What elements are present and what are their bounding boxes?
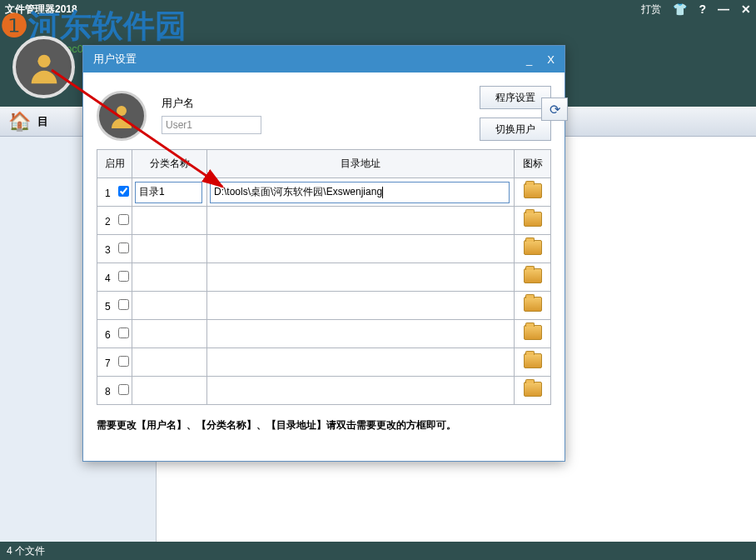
name-cell[interactable] [132, 292, 207, 320]
person-icon [25, 48, 63, 87]
icon-cell[interactable] [515, 207, 551, 235]
status-text: 4 个文件 [7, 545, 45, 557]
donate-link[interactable]: 打赏 [641, 2, 661, 17]
user-settings-dialog: 用户设置 _ X 用户名 程序设置 切换用户 ⟳ [82, 45, 565, 462]
home-icon[interactable]: 🏠 [8, 111, 31, 132]
dialog-title: 用户设置 [93, 52, 137, 67]
app-title: 文件管理器2018 [5, 2, 77, 17]
enable-checkbox[interactable] [118, 299, 129, 310]
path-cell[interactable] [207, 320, 515, 348]
shirt-icon[interactable]: 👕 [673, 2, 687, 16]
toolbar-label: 目 [37, 114, 48, 129]
path-cell[interactable] [207, 235, 515, 263]
minimize-icon[interactable]: — [718, 2, 729, 16]
table-row: 5 [97, 292, 551, 320]
enable-cell[interactable]: 8 [97, 377, 132, 405]
table-row: 2 [97, 207, 551, 235]
name-cell[interactable] [132, 320, 207, 348]
col-name: 分类名称 [132, 150, 207, 178]
switch-user-button[interactable]: 切换用户 [480, 118, 551, 141]
path-cell[interactable] [207, 263, 515, 292]
help-icon[interactable]: ? [699, 2, 706, 16]
icon-cell[interactable] [515, 235, 551, 263]
enable-cell[interactable]: 3 [97, 235, 132, 263]
username-label: 用户名 [162, 96, 480, 111]
path-cell[interactable] [207, 348, 515, 377]
enable-cell[interactable]: 6 [97, 320, 132, 348]
table-row: 3 [97, 235, 551, 263]
folder-icon [524, 268, 542, 283]
name-cell[interactable] [132, 263, 207, 292]
icon-cell[interactable] [515, 377, 551, 405]
titlebar: 文件管理器2018 打赏 👕 ? — ✕ [0, 0, 756, 18]
close-icon[interactable]: ✕ [741, 2, 751, 16]
enable-cell[interactable]: 1 [97, 178, 132, 207]
table-row: 7 [97, 348, 551, 377]
dialog-minimize-icon[interactable]: _ [526, 53, 532, 66]
enable-checkbox[interactable] [118, 214, 129, 225]
name-cell[interactable] [132, 235, 207, 263]
username-input[interactable] [162, 116, 261, 134]
refresh-button[interactable]: ⟳ [541, 98, 568, 121]
enable-checkbox[interactable] [118, 356, 129, 367]
folder-icon [524, 240, 542, 255]
name-cell[interactable]: 目录1 [132, 178, 207, 207]
dialog-titlebar[interactable]: 用户设置 _ X [83, 46, 565, 72]
hint-text: 需要更改【用户名】、【分类名称】、【目录地址】请双击需要更改的方框即可。 [97, 418, 551, 432]
folder-icon [524, 325, 542, 340]
col-path: 目录地址 [207, 150, 515, 178]
table-row: 8 [97, 377, 551, 405]
icon-cell[interactable] [515, 292, 551, 320]
path-cell[interactable] [207, 377, 515, 405]
path-cell[interactable] [207, 292, 515, 320]
folder-icon [524, 297, 542, 312]
refresh-icon: ⟳ [550, 102, 560, 118]
person-icon [107, 101, 137, 131]
table-row: 1 目录1D:\tools\桌面\河东软件园\Exswenjiang [97, 178, 551, 207]
col-enable: 启用 [97, 150, 132, 178]
enable-checkbox[interactable] [118, 242, 129, 253]
name-cell[interactable] [132, 207, 207, 235]
enable-checkbox[interactable] [118, 271, 129, 282]
folder-icon [524, 183, 542, 198]
statusbar: 4 个文件 [0, 542, 756, 560]
enable-cell[interactable]: 7 [97, 348, 132, 377]
enable-checkbox[interactable] [118, 186, 129, 197]
icon-cell[interactable] [515, 320, 551, 348]
folder-icon [524, 353, 542, 368]
enable-cell[interactable]: 4 [97, 263, 132, 292]
path-cell[interactable]: D:\tools\桌面\河东软件园\Exswenjiang [207, 178, 515, 207]
user-avatar-small [97, 91, 147, 141]
enable-cell[interactable]: 5 [97, 292, 132, 320]
enable-checkbox[interactable] [118, 384, 129, 395]
directories-table: 启用 分类名称 目录地址 图标 1 目录1D:\tools\桌面\河东软件园\E… [97, 149, 551, 405]
icon-cell[interactable] [515, 178, 551, 207]
icon-cell[interactable] [515, 263, 551, 292]
dialog-close-icon[interactable]: X [547, 53, 555, 66]
user-avatar-large[interactable] [12, 36, 75, 98]
col-icon: 图标 [515, 150, 551, 178]
table-row: 6 [97, 320, 551, 348]
svg-point-0 [37, 54, 50, 67]
folder-icon [524, 382, 542, 397]
name-cell[interactable] [132, 377, 207, 405]
name-cell[interactable] [132, 348, 207, 377]
enable-checkbox[interactable] [118, 328, 129, 338]
path-cell[interactable] [207, 207, 515, 235]
icon-cell[interactable] [515, 348, 551, 377]
svg-point-1 [117, 106, 127, 116]
folder-icon [524, 212, 542, 227]
table-row: 4 [97, 263, 551, 292]
enable-cell[interactable]: 2 [97, 207, 132, 235]
